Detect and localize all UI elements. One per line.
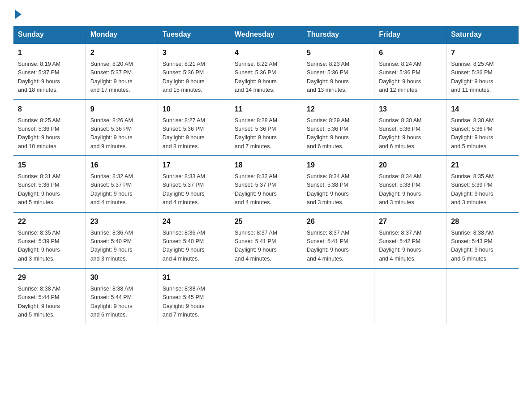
day-info: Sunrise: 8:34 AMSunset: 5:38 PMDaylight:…	[379, 172, 442, 207]
calendar-cell: 5Sunrise: 8:23 AMSunset: 5:36 PMDaylight…	[302, 43, 374, 100]
col-header-wednesday: Wednesday	[230, 26, 302, 43]
day-info: Sunrise: 8:21 AMSunset: 5:36 PMDaylight:…	[163, 60, 225, 95]
calendar-cell: 3Sunrise: 8:21 AMSunset: 5:36 PMDaylight…	[158, 43, 230, 100]
day-info: Sunrise: 8:33 AMSunset: 5:37 PMDaylight:…	[163, 172, 225, 207]
day-number: 11	[235, 104, 297, 115]
day-number: 1	[18, 47, 81, 58]
calendar-cell: 26Sunrise: 8:37 AMSunset: 5:41 PMDayligh…	[302, 212, 374, 269]
calendar-cell	[446, 268, 519, 324]
day-number: 16	[90, 160, 153, 171]
calendar-cell: 9Sunrise: 8:26 AMSunset: 5:36 PMDaylight…	[86, 100, 158, 156]
day-info: Sunrise: 8:38 AMSunset: 5:44 PMDaylight:…	[90, 285, 153, 320]
day-info: Sunrise: 8:37 AMSunset: 5:42 PMDaylight:…	[379, 229, 442, 264]
day-info: Sunrise: 8:31 AMSunset: 5:36 PMDaylight:…	[18, 172, 81, 207]
calendar-week-row: 22Sunrise: 8:35 AMSunset: 5:39 PMDayligh…	[13, 212, 519, 269]
day-number: 28	[451, 216, 514, 227]
calendar-cell	[374, 268, 446, 324]
day-number: 26	[307, 216, 369, 227]
calendar-cell: 10Sunrise: 8:27 AMSunset: 5:36 PMDayligh…	[158, 100, 230, 156]
day-info: Sunrise: 8:19 AMSunset: 5:37 PMDaylight:…	[18, 60, 81, 95]
day-number: 24	[163, 216, 225, 227]
day-info: Sunrise: 8:33 AMSunset: 5:37 PMDaylight:…	[235, 172, 297, 207]
day-info: Sunrise: 8:25 AMSunset: 5:36 PMDaylight:…	[451, 60, 514, 95]
day-info: Sunrise: 8:23 AMSunset: 5:36 PMDaylight:…	[307, 60, 369, 95]
calendar-cell: 22Sunrise: 8:35 AMSunset: 5:39 PMDayligh…	[13, 212, 86, 269]
calendar-cell: 30Sunrise: 8:38 AMSunset: 5:44 PMDayligh…	[86, 268, 158, 324]
day-info: Sunrise: 8:35 AMSunset: 5:39 PMDaylight:…	[18, 229, 81, 264]
calendar-cell: 12Sunrise: 8:29 AMSunset: 5:36 PMDayligh…	[302, 100, 374, 156]
calendar-cell: 24Sunrise: 8:36 AMSunset: 5:40 PMDayligh…	[158, 212, 230, 269]
day-info: Sunrise: 8:34 AMSunset: 5:38 PMDaylight:…	[307, 172, 369, 207]
calendar-cell: 29Sunrise: 8:38 AMSunset: 5:44 PMDayligh…	[13, 268, 86, 324]
calendar-cell: 2Sunrise: 8:20 AMSunset: 5:37 PMDaylight…	[86, 43, 158, 100]
day-info: Sunrise: 8:28 AMSunset: 5:36 PMDaylight:…	[235, 116, 297, 151]
day-number: 20	[379, 160, 442, 171]
calendar-cell: 16Sunrise: 8:32 AMSunset: 5:37 PMDayligh…	[86, 156, 158, 212]
calendar-cell: 18Sunrise: 8:33 AMSunset: 5:37 PMDayligh…	[230, 156, 302, 212]
col-header-friday: Friday	[374, 26, 446, 43]
day-number: 19	[307, 160, 369, 171]
calendar-cell: 14Sunrise: 8:30 AMSunset: 5:36 PMDayligh…	[446, 100, 519, 156]
day-number: 7	[451, 47, 514, 58]
day-number: 6	[379, 47, 442, 58]
day-number: 4	[235, 47, 297, 58]
calendar-cell: 7Sunrise: 8:25 AMSunset: 5:36 PMDaylight…	[446, 43, 519, 100]
day-info: Sunrise: 8:26 AMSunset: 5:36 PMDaylight:…	[90, 116, 153, 151]
day-info: Sunrise: 8:24 AMSunset: 5:36 PMDaylight:…	[379, 60, 442, 95]
calendar-cell: 31Sunrise: 8:38 AMSunset: 5:45 PMDayligh…	[158, 268, 230, 324]
day-info: Sunrise: 8:30 AMSunset: 5:36 PMDaylight:…	[379, 116, 442, 151]
calendar-cell: 8Sunrise: 8:25 AMSunset: 5:36 PMDaylight…	[13, 100, 86, 156]
day-info: Sunrise: 8:25 AMSunset: 5:36 PMDaylight:…	[18, 116, 81, 151]
day-info: Sunrise: 8:32 AMSunset: 5:37 PMDaylight:…	[90, 172, 153, 207]
calendar-cell: 21Sunrise: 8:35 AMSunset: 5:39 PMDayligh…	[446, 156, 519, 212]
logo-arrow-icon	[15, 10, 21, 19]
col-header-tuesday: Tuesday	[158, 26, 230, 43]
calendar-cell: 1Sunrise: 8:19 AMSunset: 5:37 PMDaylight…	[13, 43, 86, 100]
calendar-cell: 23Sunrise: 8:36 AMSunset: 5:40 PMDayligh…	[86, 212, 158, 269]
day-number: 13	[379, 104, 442, 115]
calendar-cell	[302, 268, 374, 324]
calendar-cell: 6Sunrise: 8:24 AMSunset: 5:36 PMDaylight…	[374, 43, 446, 100]
day-info: Sunrise: 8:36 AMSunset: 5:40 PMDaylight:…	[90, 229, 153, 264]
day-info: Sunrise: 8:37 AMSunset: 5:41 PMDaylight:…	[307, 229, 369, 264]
day-number: 8	[18, 104, 81, 115]
day-number: 27	[379, 216, 442, 227]
day-number: 5	[307, 47, 369, 58]
day-info: Sunrise: 8:37 AMSunset: 5:41 PMDaylight:…	[235, 229, 297, 264]
day-number: 31	[163, 272, 225, 283]
day-number: 2	[90, 47, 153, 58]
calendar-header-row: SundayMondayTuesdayWednesdayThursdayFrid…	[13, 26, 519, 43]
calendar-week-row: 29Sunrise: 8:38 AMSunset: 5:44 PMDayligh…	[13, 268, 519, 324]
calendar-cell: 11Sunrise: 8:28 AMSunset: 5:36 PMDayligh…	[230, 100, 302, 156]
day-number: 30	[90, 272, 153, 283]
logo	[13, 9, 21, 17]
day-info: Sunrise: 8:36 AMSunset: 5:40 PMDaylight:…	[163, 229, 225, 264]
col-header-monday: Monday	[86, 26, 158, 43]
calendar-table: SundayMondayTuesdayWednesdayThursdayFrid…	[13, 26, 519, 324]
day-number: 18	[235, 160, 297, 171]
calendar-cell: 28Sunrise: 8:38 AMSunset: 5:43 PMDayligh…	[446, 212, 519, 269]
day-info: Sunrise: 8:30 AMSunset: 5:36 PMDaylight:…	[451, 116, 514, 151]
day-info: Sunrise: 8:35 AMSunset: 5:39 PMDaylight:…	[451, 172, 514, 207]
day-number: 23	[90, 216, 153, 227]
calendar-cell: 25Sunrise: 8:37 AMSunset: 5:41 PMDayligh…	[230, 212, 302, 269]
calendar-week-row: 8Sunrise: 8:25 AMSunset: 5:36 PMDaylight…	[13, 100, 519, 156]
calendar-cell: 15Sunrise: 8:31 AMSunset: 5:36 PMDayligh…	[13, 156, 86, 212]
day-info: Sunrise: 8:27 AMSunset: 5:36 PMDaylight:…	[163, 116, 225, 151]
calendar-cell: 17Sunrise: 8:33 AMSunset: 5:37 PMDayligh…	[158, 156, 230, 212]
day-number: 14	[451, 104, 514, 115]
day-number: 25	[235, 216, 297, 227]
day-number: 21	[451, 160, 514, 171]
day-info: Sunrise: 8:38 AMSunset: 5:44 PMDaylight:…	[18, 285, 81, 320]
calendar-week-row: 1Sunrise: 8:19 AMSunset: 5:37 PMDaylight…	[13, 43, 519, 100]
day-info: Sunrise: 8:29 AMSunset: 5:36 PMDaylight:…	[307, 116, 369, 151]
day-number: 22	[18, 216, 81, 227]
calendar-cell: 20Sunrise: 8:34 AMSunset: 5:38 PMDayligh…	[374, 156, 446, 212]
calendar-cell	[230, 268, 302, 324]
calendar-cell: 27Sunrise: 8:37 AMSunset: 5:42 PMDayligh…	[374, 212, 446, 269]
day-number: 29	[18, 272, 81, 283]
day-number: 9	[90, 104, 153, 115]
day-info: Sunrise: 8:38 AMSunset: 5:43 PMDaylight:…	[451, 229, 514, 264]
col-header-saturday: Saturday	[446, 26, 519, 43]
day-number: 17	[163, 160, 225, 171]
